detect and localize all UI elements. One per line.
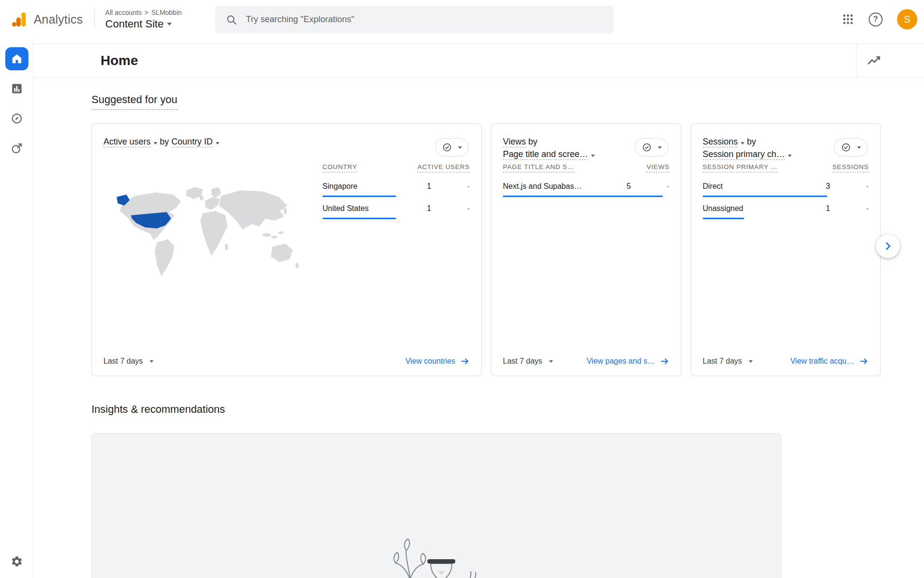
map-region-madagascar (225, 244, 228, 250)
map-region-indonesia (262, 233, 271, 236)
property-name: Content Site (105, 18, 164, 30)
dimension-selector[interactable]: Country ID (171, 137, 213, 147)
view-countries-link[interactable]: View countries (405, 356, 470, 366)
row-label: Next.js and Supabas… (503, 182, 602, 191)
chevron-down-icon (749, 360, 753, 363)
search-bar[interactable] (215, 6, 614, 33)
advertising-icon (11, 142, 23, 155)
card-footer: Last 7 days View pages and s… (503, 356, 669, 366)
settings-gear-icon (11, 555, 23, 568)
metric-type-pill[interactable] (435, 138, 469, 157)
table-row: Unassigned 1 - (703, 203, 869, 219)
insights-trend-button[interactable] (864, 51, 884, 70)
row-delta: - (631, 182, 669, 191)
table-row: United States 1 - (322, 203, 470, 219)
chevron-down-icon[interactable] (216, 142, 219, 144)
metric-type-pill[interactable] (834, 138, 868, 157)
chevron-down-icon (167, 23, 172, 26)
reports-icon (11, 82, 23, 95)
check-circle-icon (442, 143, 452, 152)
column-header-country[interactable]: COUNTRY (322, 163, 357, 172)
app-name: Analytics (34, 13, 83, 26)
period-selector[interactable]: Last 7 days (103, 357, 154, 366)
property-selector[interactable]: Content Site (105, 18, 182, 30)
period-selector[interactable]: Last 7 days (703, 357, 753, 366)
dimension-selector[interactable]: Page title and scree… (503, 149, 588, 160)
check-circle-icon (841, 143, 851, 152)
chevron-down-icon[interactable] (591, 155, 595, 157)
carousel-next-button[interactable] (876, 234, 900, 258)
home-icon (11, 53, 23, 65)
column-header-views[interactable]: VIEWS (646, 163, 669, 172)
insights-empty-card (91, 433, 782, 578)
sidebar-item-admin[interactable] (5, 550, 28, 573)
period-label: Last 7 days (503, 357, 542, 366)
metric-selector[interactable]: Sessions (703, 137, 738, 147)
column-header-sessions[interactable]: SESSIONS (833, 163, 869, 172)
title-joiner: by (747, 137, 756, 146)
hourglass-illustration (381, 523, 492, 578)
breadcrumb-accounts[interactable]: All accounts (105, 9, 141, 16)
period-selector[interactable]: Last 7 days (503, 357, 553, 366)
row-bar (703, 218, 744, 219)
chevron-right-icon (882, 240, 894, 252)
row-value: 1 (402, 182, 431, 191)
chevron-down-icon[interactable] (154, 142, 157, 144)
check-circle-icon (642, 143, 652, 152)
dimension-selector[interactable]: Session primary ch… (703, 149, 785, 160)
chevron-down-icon (658, 146, 662, 149)
map-region-indonesia-2 (271, 236, 278, 238)
table-row: Singapore 1 - (322, 181, 470, 197)
column-header-page-title[interactable]: PAGE TITLE AND S… (503, 163, 574, 172)
suggested-heading: Suggested for you (91, 93, 178, 110)
left-nav (0, 39, 34, 578)
metric-type-pill[interactable] (635, 138, 668, 157)
page-title: Home (101, 53, 138, 68)
card-active-users-by-country: Active users by Country ID (91, 123, 482, 376)
suggested-cards-row: Active users by Country ID (91, 123, 924, 376)
column-header-channel[interactable]: SESSION PRIMARY … (703, 163, 778, 172)
view-traffic-link[interactable]: View traffic acqu… (790, 356, 869, 366)
divider (856, 44, 857, 77)
card-table: SESSION PRIMARY … SESSIONS Direct 3 - (703, 163, 869, 219)
view-pages-link[interactable]: View pages and s… (587, 356, 669, 366)
row-bar (322, 218, 396, 219)
sidebar-item-explore[interactable] (5, 107, 28, 130)
search-input[interactable] (246, 14, 603, 25)
metric-selector[interactable]: Active users (103, 137, 151, 147)
sidebar-item-advertising[interactable] (5, 137, 28, 160)
metric-selector[interactable]: Views (503, 137, 526, 147)
column-header-active-users[interactable]: ACTIVE USERS (417, 163, 470, 172)
apps-grid-icon[interactable] (842, 13, 854, 26)
map-region-uk (200, 196, 204, 200)
table-header: PAGE TITLE AND S… VIEWS (503, 163, 669, 181)
chevron-down-icon[interactable] (788, 155, 792, 157)
map-region-europe (205, 197, 220, 210)
breadcrumb-account[interactable]: SLMobbin (152, 9, 182, 16)
trend-line-icon (867, 53, 881, 68)
card-footer: Last 7 days View countries (103, 356, 470, 366)
sidebar-item-home[interactable] (5, 47, 28, 70)
content-area: Suggested for you Active users by Countr… (34, 78, 924, 578)
insights-heading: Insights & recommendations (91, 403, 924, 416)
help-icon[interactable]: ? (869, 13, 883, 26)
row-bar (703, 196, 827, 197)
analytics-logo-icon (11, 11, 28, 28)
page-header: Home (34, 43, 924, 78)
account-switcher[interactable]: All accounts > SLMobbin Content Site (105, 9, 182, 30)
card-table: COUNTRY ACTIVE USERS Singapore 1 - (322, 163, 470, 292)
sidebar-item-reports[interactable] (5, 77, 28, 100)
row-delta: - (830, 204, 869, 213)
arrow-right-icon (460, 356, 470, 366)
card-body: COUNTRY ACTIVE USERS Singapore 1 - (103, 163, 470, 292)
analytics-logo[interactable]: Analytics (0, 11, 83, 28)
link-label: View countries (405, 357, 455, 366)
card-views-by-page-title: Views by Page title and scree… (491, 123, 681, 376)
link-label: View traffic acqu… (790, 357, 854, 366)
map-region-new-zealand (295, 263, 299, 268)
period-label: Last 7 days (103, 357, 143, 366)
avatar[interactable]: S (897, 9, 917, 29)
chevron-down-icon[interactable] (741, 142, 744, 144)
chevron-down-icon (549, 360, 553, 363)
link-label: View pages and s… (587, 357, 655, 366)
